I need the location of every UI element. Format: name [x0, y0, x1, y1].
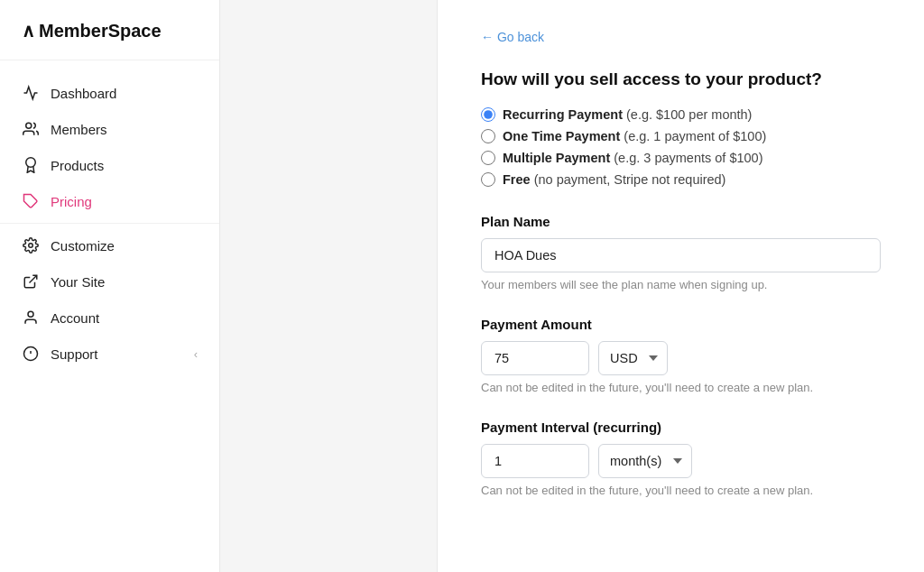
radio-recurring-input[interactable] — [481, 107, 495, 122]
radio-recurring-label-normal: (e.g. $100 per month) — [623, 107, 752, 122]
dashboard-icon — [22, 85, 40, 101]
nav-separator — [0, 223, 219, 224]
content-panel: ← Go back How will you sell access to yo… — [437, 0, 924, 572]
logo-icon: ∧ — [22, 20, 35, 42]
svg-point-3 — [29, 244, 33, 248]
support-chevron-icon: ‹ — [194, 347, 198, 361]
payment-amount-hint: Can not be edited in the future, you'll … — [481, 381, 881, 394]
radio-one-time[interactable]: One Time Payment (e.g. 1 payment of $100… — [481, 129, 881, 143]
radio-one-time-label-bold: One Time Payment — [503, 129, 620, 143]
sidebar-item-dashboard[interactable]: Dashboard — [0, 75, 219, 111]
app-logo: ∧ MemberSpace — [0, 0, 219, 60]
sidebar-item-customize[interactable]: Customize — [0, 227, 219, 263]
interval-unit-select[interactable]: month(s) week(s) year(s) — [598, 444, 692, 478]
go-back-link[interactable]: ← Go back — [481, 30, 544, 44]
account-icon — [22, 309, 40, 326]
radio-one-time-label: One Time Payment (e.g. 1 payment of $100… — [503, 129, 766, 143]
radio-recurring-label-bold: Recurring Payment — [503, 107, 623, 122]
radio-multiple-input[interactable] — [481, 151, 495, 165]
logo-text: MemberSpace — [39, 21, 162, 42]
sidebar-item-members-label: Members — [51, 122, 107, 137]
your-site-icon — [22, 273, 40, 290]
payment-amount-section: Payment Amount USD EUR GBP CAD AUD Can n… — [481, 317, 881, 394]
radio-multiple-label: Multiple Payment (e.g. 3 payments of $10… — [503, 151, 763, 165]
sidebar-item-products-label: Products — [51, 158, 104, 173]
radio-one-time-label-normal: (e.g. 1 payment of $100) — [620, 129, 766, 143]
payment-amount-group: USD EUR GBP CAD AUD — [481, 341, 881, 375]
svg-point-0 — [26, 123, 32, 128]
plan-name-label: Plan Name — [481, 214, 881, 229]
pricing-icon — [22, 193, 40, 209]
sidebar-item-customize-label: Customize — [51, 238, 115, 254]
support-icon — [22, 346, 40, 362]
radio-recurring[interactable]: Recurring Payment (e.g. $100 per month) — [481, 107, 881, 122]
radio-multiple-label-bold: Multiple Payment — [503, 151, 610, 165]
svg-point-1 — [26, 158, 36, 168]
page-heading: How will you sell access to your product… — [481, 69, 881, 89]
payment-type-radio-group: Recurring Payment (e.g. $100 per month) … — [481, 107, 881, 187]
sidebar-item-dashboard-label: Dashboard — [51, 86, 116, 101]
radio-free-label-normal: (no payment, Stripe not required) — [531, 172, 726, 187]
radio-one-time-input[interactable] — [481, 129, 495, 143]
plan-name-section: Plan Name Your members will see the plan… — [481, 214, 881, 291]
left-gray-panel — [220, 0, 437, 572]
radio-free-label-bold: Free — [503, 172, 531, 187]
payment-interval-hint: Can not be edited in the future, you'll … — [481, 484, 881, 497]
sidebar-item-pricing-label: Pricing — [51, 194, 92, 209]
payment-amount-input[interactable] — [481, 341, 589, 375]
plan-name-hint: Your members will see the plan name when… — [481, 278, 881, 291]
radio-free[interactable]: Free (no payment, Stripe not required) — [481, 172, 881, 187]
interval-number-input[interactable] — [481, 444, 589, 478]
sidebar-item-account-label: Account — [51, 310, 99, 326]
sidebar-item-support[interactable]: Support ‹ — [0, 336, 219, 372]
sidebar: ∧ MemberSpace Dashboard Members Products — [0, 0, 220, 572]
radio-free-label: Free (no payment, Stripe not required) — [503, 172, 725, 187]
members-icon — [22, 121, 40, 137]
svg-line-4 — [30, 275, 37, 282]
sidebar-item-products[interactable]: Products — [0, 147, 219, 183]
svg-point-5 — [28, 311, 33, 317]
radio-free-input[interactable] — [481, 172, 495, 187]
sidebar-item-pricing[interactable]: Pricing — [0, 183, 219, 219]
radio-multiple[interactable]: Multiple Payment (e.g. 3 payments of $10… — [481, 151, 881, 165]
payment-interval-section: Payment Interval (recurring) month(s) we… — [481, 420, 881, 497]
currency-select[interactable]: USD EUR GBP CAD AUD — [598, 341, 668, 375]
sidebar-item-your-site[interactable]: Your Site — [0, 263, 219, 300]
sidebar-item-account[interactable]: Account — [0, 300, 219, 336]
sidebar-item-support-label: Support — [51, 346, 98, 362]
plan-name-input[interactable] — [481, 238, 881, 272]
radio-multiple-label-normal: (e.g. 3 payments of $100) — [610, 151, 762, 165]
radio-recurring-label: Recurring Payment (e.g. $100 per month) — [503, 107, 752, 122]
payment-amount-label: Payment Amount — [481, 317, 881, 332]
products-icon — [22, 157, 40, 173]
customize-icon — [22, 237, 40, 254]
sidebar-nav: Dashboard Members Products Pricing — [0, 68, 219, 572]
sidebar-item-your-site-label: Your Site — [51, 274, 105, 290]
sidebar-item-members[interactable]: Members — [0, 111, 219, 147]
payment-interval-label: Payment Interval (recurring) — [481, 420, 881, 435]
payment-interval-group: month(s) week(s) year(s) — [481, 444, 881, 478]
